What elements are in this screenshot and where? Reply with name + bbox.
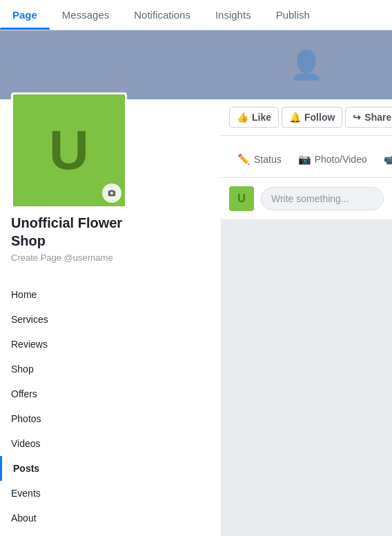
profile-letter: U	[49, 119, 89, 182]
tab-messages[interactable]: Messages	[50, 0, 121, 30]
photo-video-tab[interactable]: 📷 Photo/Video	[290, 143, 375, 177]
post-type-tabs: ✏️ Status 📷 Photo/Video 📹 Live vid...	[221, 136, 392, 178]
sidebar-item-posts[interactable]: Posts	[0, 456, 221, 481]
sidebar-item-community[interactable]: Community	[0, 530, 221, 536]
profile-pic-wrapper: U	[11, 92, 127, 208]
sidebar-item-home[interactable]: Home	[0, 282, 221, 307]
camera2-icon: 📷	[298, 153, 311, 166]
sidebar-item-photos[interactable]: Photos	[0, 406, 221, 431]
sidebar-item-services[interactable]: Services	[0, 307, 221, 332]
camera-icon	[107, 188, 117, 198]
sidebar-item-shop[interactable]: Shop	[0, 357, 221, 381]
sidebar-nav: Home Services Reviews Shop Offers Photos…	[0, 282, 221, 536]
top-navigation: Page Messages Notifications Insights Pub…	[0, 0, 392, 30]
pencil-icon: ✏️	[237, 153, 251, 166]
mini-avatar: U	[229, 186, 254, 211]
tab-notifications[interactable]: Notifications	[121, 0, 203, 30]
left-sidebar: U Unofficial Flower Shop Create Page @us…	[0, 30, 221, 536]
follow-button[interactable]: 🔔 Follow	[282, 107, 342, 128]
cover-decoration: 👤	[289, 49, 324, 81]
post-input[interactable]: Write something...	[261, 187, 384, 210]
sidebar-item-about[interactable]: About	[0, 506, 221, 530]
cover-photo-left	[0, 30, 221, 99]
share-button[interactable]: ↪ Share	[345, 107, 392, 128]
action-bar: 👍 Like 🔔 Follow ↪ Share ›	[221, 99, 392, 136]
sidebar-item-offers[interactable]: Offers	[0, 381, 221, 406]
nav-menu-list: Home Services Reviews Shop Offers Photos…	[0, 282, 221, 536]
page-username: Create Page @username	[11, 252, 210, 263]
tab-page[interactable]: Page	[0, 0, 50, 30]
write-post-area: U Write something...	[221, 178, 392, 219]
right-content: 👤 👍 Like 🔔 Follow ↪ Share › ✏️	[221, 30, 392, 219]
change-photo-button[interactable]	[102, 183, 121, 203]
thumbs-up-icon: 👍	[237, 112, 248, 123]
profile-section: U Unofficial Flower Shop Create Page @us…	[0, 99, 221, 282]
cover-photo-right: 👤	[221, 30, 392, 99]
page-name: Unofficial Flower Shop	[11, 214, 210, 250]
tab-insights[interactable]: Insights	[203, 0, 264, 30]
sidebar-item-videos[interactable]: Videos	[0, 431, 221, 456]
share-icon: ↪	[353, 112, 361, 123]
like-button[interactable]: 👍 Like	[229, 107, 279, 128]
live-video-tab[interactable]: 📹 Live vid...	[375, 143, 392, 177]
sidebar-item-events[interactable]: Events	[0, 481, 221, 506]
status-tab[interactable]: ✏️ Status	[229, 143, 290, 177]
main-layout: U Unofficial Flower Shop Create Page @us…	[0, 30, 392, 536]
tab-publish[interactable]: Publish	[264, 0, 322, 30]
sidebar-item-reviews[interactable]: Reviews	[0, 332, 221, 357]
bell-icon: 🔔	[289, 112, 301, 123]
video-icon: 📹	[384, 153, 392, 166]
